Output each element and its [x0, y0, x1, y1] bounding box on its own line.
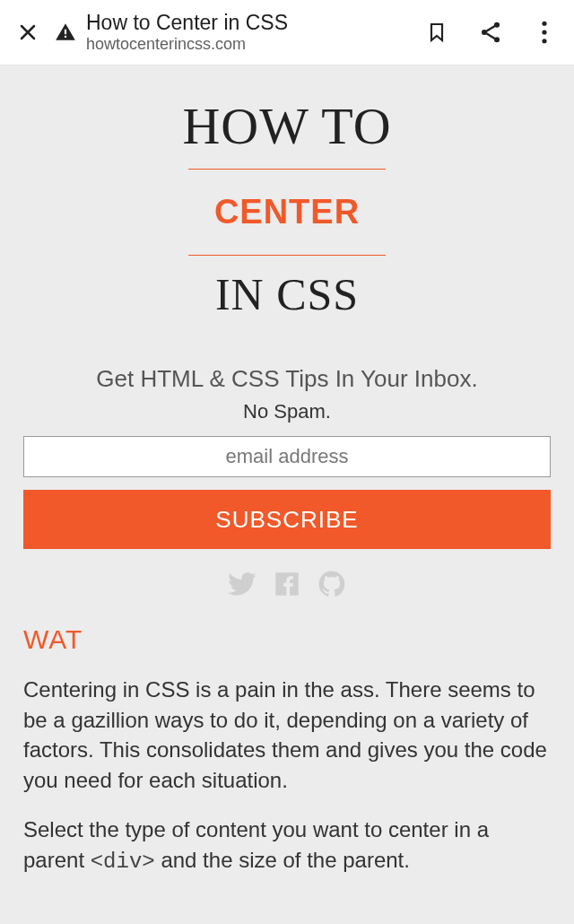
social-icons [23, 569, 551, 599]
code-snippet: <div> [91, 850, 155, 874]
subscribe-button[interactable]: SUBSCRIBE [23, 490, 551, 549]
menu-icon[interactable] [531, 19, 558, 46]
paragraph-2: Select the type of content you want to c… [23, 815, 551, 876]
divider [188, 255, 386, 256]
facebook-icon[interactable] [272, 569, 302, 599]
paragraph-1: Centering in CSS is a pain in the ass. T… [23, 675, 551, 795]
twitter-icon[interactable] [227, 569, 257, 599]
hero-line-3: IN CSS [23, 263, 551, 326]
warning-icon [54, 21, 77, 44]
github-icon[interactable] [317, 569, 347, 599]
hero-line-1: HOW TO [23, 91, 551, 161]
bookmark-icon[interactable] [423, 19, 450, 46]
page-url: howtocenterincss.com [86, 35, 288, 54]
email-field[interactable] [23, 436, 551, 477]
svg-rect-1 [65, 36, 66, 38]
page-title-block: How to Center in CSS howtocenterincss.co… [86, 11, 288, 53]
svg-point-7 [542, 39, 546, 43]
toolbar-actions [423, 19, 558, 46]
hero-line-2: CENTER [23, 177, 551, 248]
hero: HOW TO CENTER IN CSS [23, 91, 551, 326]
divider [188, 169, 386, 170]
site-info[interactable]: How to Center in CSS howtocenterincss.co… [54, 11, 423, 53]
newsletter-subheading: No Spam. [23, 400, 551, 423]
browser-toolbar: How to Center in CSS howtocenterincss.co… [0, 0, 574, 65]
para2-text-b: and the size of the parent. [155, 848, 410, 872]
page-content: HOW TO CENTER IN CSS Get HTML & CSS Tips… [0, 65, 574, 924]
newsletter-section: Get HTML & CSS Tips In Your Inbox. No Sp… [23, 365, 551, 599]
newsletter-heading: Get HTML & CSS Tips In Your Inbox. [23, 365, 551, 393]
page-title: How to Center in CSS [86, 11, 288, 34]
section-heading: WAT [23, 624, 551, 655]
svg-rect-0 [65, 30, 66, 34]
svg-point-5 [542, 22, 546, 26]
close-icon[interactable] [13, 17, 43, 48]
share-icon[interactable] [477, 19, 504, 46]
svg-point-6 [542, 30, 546, 34]
